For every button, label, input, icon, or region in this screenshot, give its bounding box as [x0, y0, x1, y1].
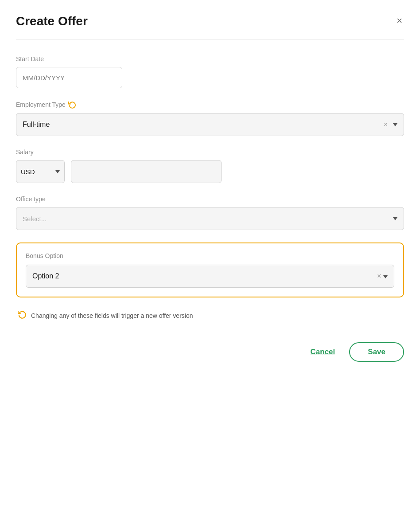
close-button[interactable]: × [395, 14, 404, 27]
office-type-chevron-icon [393, 217, 397, 220]
footer-actions: Cancel Save [16, 342, 404, 362]
employment-type-label: Employment Type [16, 101, 404, 109]
salary-row: USD [16, 160, 404, 183]
employment-type-value: Full-time [23, 121, 50, 129]
bonus-option-select[interactable]: Option 2 × [26, 265, 394, 288]
bonus-option-label: Bonus Option [26, 252, 394, 259]
office-type-label: Office type [16, 196, 404, 203]
start-date-section: Start Date [16, 55, 404, 88]
employment-type-label-text: Employment Type [16, 101, 66, 108]
save-button[interactable]: Save [349, 342, 404, 362]
salary-label: Salary [16, 149, 404, 156]
currency-chevron-icon [55, 170, 60, 173]
start-date-input[interactable] [16, 67, 122, 88]
employment-type-icons: × [384, 121, 397, 129]
hint-sync-icon [18, 310, 27, 321]
bonus-option-clear-icon[interactable]: × [377, 272, 381, 280]
cancel-button[interactable]: Cancel [309, 344, 337, 360]
bonus-option-label-text: Bonus Option [26, 252, 63, 259]
bonus-option-value: Option 2 [32, 272, 59, 280]
office-type-label-text: Office type [16, 196, 46, 203]
salary-label-text: Salary [16, 149, 34, 156]
modal-header: Create Offer × [16, 14, 404, 39]
bonus-option-chevron-icon [383, 275, 388, 278]
modal-title: Create Offer [16, 14, 88, 28]
employment-type-wrapper: Full-time × [16, 113, 404, 136]
bonus-option-wrapper: Option 2 × [26, 265, 394, 288]
currency-select[interactable]: USD [16, 160, 65, 183]
hint-text: Changing any of these fields will trigge… [31, 312, 193, 319]
employment-type-section: Employment Type Full-time × [16, 101, 404, 136]
salary-amount-input[interactable] [71, 160, 222, 183]
bonus-option-section: Bonus Option Option 2 × [16, 242, 404, 297]
employment-type-refresh-icon [68, 101, 76, 109]
employment-type-select[interactable]: Full-time × [16, 113, 404, 136]
office-type-section: Office type Select... [16, 196, 404, 230]
employment-type-clear-icon[interactable]: × [384, 121, 388, 129]
currency-value: USD [21, 168, 35, 176]
start-date-label-text: Start Date [16, 55, 44, 63]
office-type-select[interactable]: Select... [16, 207, 404, 230]
employment-type-chevron-icon [393, 123, 397, 126]
salary-section: Salary USD [16, 149, 404, 183]
office-type-wrapper: Select... [16, 207, 404, 230]
office-type-placeholder: Select... [23, 215, 47, 223]
hint-row: Changing any of these fields will trigge… [16, 310, 404, 321]
bonus-option-icons: × [377, 272, 388, 280]
start-date-label: Start Date [16, 55, 404, 63]
